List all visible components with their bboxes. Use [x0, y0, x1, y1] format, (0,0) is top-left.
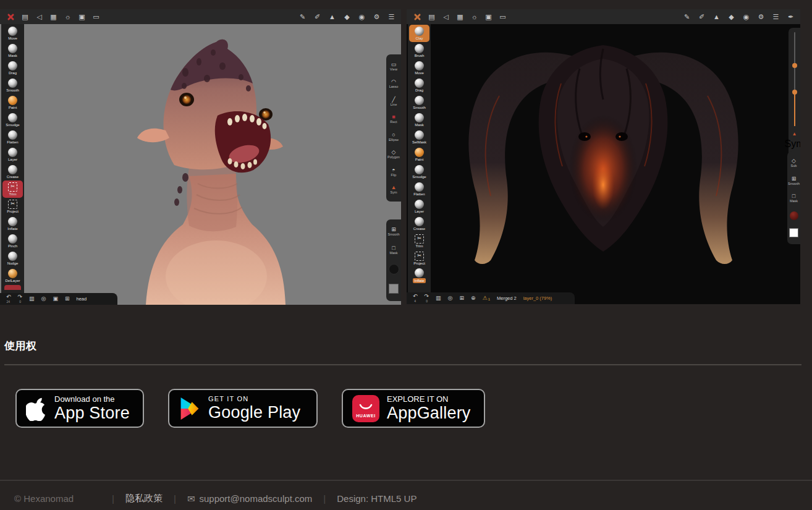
- quick-smooth[interactable]: ⊞Smooth: [788, 176, 800, 186]
- tool-project[interactable]: ✂Project: [409, 250, 429, 267]
- quick-sub[interactable]: ◇Sub: [791, 158, 797, 168]
- tool-layer[interactable]: Layer: [2, 146, 23, 163]
- tool-smudge[interactable]: Smudge: [409, 163, 429, 181]
- shape-polygon[interactable]: ◇Polygon: [387, 150, 400, 159]
- layers-icon[interactable]: ▥: [436, 295, 441, 301]
- redo-button[interactable]: ↷0: [425, 294, 429, 303]
- tool-mask[interactable]: Mask: [409, 111, 429, 129]
- quick-mask[interactable]: □Mask: [389, 245, 397, 255]
- stamp-icon[interactable]: ◆: [727, 14, 735, 20]
- tool-smudge[interactable]: Smudge: [2, 111, 23, 129]
- picture-icon[interactable]: ▣: [53, 296, 58, 302]
- tool-mask[interactable]: Mask: [2, 42, 23, 59]
- shape-flip[interactable]: ◓Flip: [391, 168, 397, 177]
- tool-dellayer[interactable]: DelLayer: [2, 267, 23, 284]
- slider-track[interactable]: [794, 32, 795, 126]
- huawei-appgallery-badge[interactable]: HUAWEI EXPLORE IT ON AppGallery: [342, 389, 485, 428]
- brush-icon[interactable]: ✒: [787, 14, 795, 20]
- tool-project[interactable]: ✂Project: [2, 198, 23, 215]
- layers-icon[interactable]: ▥: [29, 296, 35, 302]
- redo-button[interactable]: ↷0: [18, 294, 23, 304]
- undo-button[interactable]: ↶24: [6, 294, 11, 304]
- merged-status[interactable]: Merged 2: [497, 295, 517, 301]
- intensity-slider-handle[interactable]: [792, 90, 797, 95]
- alpha-icon[interactable]: ▲: [713, 14, 721, 20]
- camera-icon[interactable]: ▭: [92, 14, 100, 20]
- material-sphere-swatch[interactable]: [389, 264, 399, 274]
- tool-flatten[interactable]: Flatten: [409, 181, 429, 198]
- stamp-icon[interactable]: ◆: [343, 14, 351, 20]
- material-icon[interactable]: ◉: [742, 14, 750, 20]
- tool-paint[interactable]: Paint: [409, 146, 429, 163]
- active-layer-label[interactable]: layer_0 (79%): [523, 295, 552, 301]
- warning-indicator[interactable]: ⚠ 1: [483, 295, 490, 301]
- shape-line[interactable]: ╱Line: [391, 97, 397, 107]
- quick-smooth[interactable]: ⊞Smooth: [388, 227, 400, 237]
- tool-clay-selected[interactable]: Clay: [409, 25, 429, 42]
- tool-move[interactable]: Move: [2, 25, 23, 42]
- tool-smooth[interactable]: Smooth: [2, 77, 23, 94]
- falloff-icon[interactable]: ✐: [313, 14, 321, 20]
- nomad-logo[interactable]: [7, 13, 15, 21]
- stroke-icon[interactable]: ✎: [298, 14, 307, 20]
- tool-nudge[interactable]: Nudge: [2, 250, 23, 267]
- tool-drag[interactable]: Drag: [2, 59, 23, 77]
- material-sphere-swatch[interactable]: [790, 211, 798, 220]
- falloff-icon[interactable]: ✐: [698, 14, 706, 20]
- tool-inflate[interactable]: Inflate: [2, 215, 23, 232]
- export-icon[interactable]: ◁: [35, 14, 43, 20]
- wireframe-icon[interactable]: ⊞: [65, 296, 70, 302]
- undo-button[interactable]: ↶4: [413, 294, 418, 303]
- snapshot-icon[interactable]: ◎: [448, 295, 453, 301]
- app-store-badge[interactable]: Download on the App Store: [15, 389, 144, 428]
- lighting-icon[interactable]: ☼: [64, 14, 72, 20]
- tool-drag[interactable]: Drag: [409, 77, 429, 94]
- tool-move[interactable]: Move: [409, 59, 429, 77]
- tool-trim-selected[interactable]: ✂Trim: [2, 181, 23, 198]
- color-swatch[interactable]: [389, 284, 399, 294]
- tool-crease[interactable]: Crease: [2, 163, 23, 181]
- partially-visible-tool[interactable]: [4, 285, 21, 290]
- quick-mask[interactable]: □Mask: [790, 193, 798, 203]
- tool-layer[interactable]: Layer: [409, 198, 429, 215]
- alpha-icon[interactable]: ▲: [328, 14, 336, 20]
- menu-icon[interactable]: ☰: [387, 14, 395, 20]
- export-icon[interactable]: ◁: [442, 14, 450, 20]
- material-icon[interactable]: ◉: [358, 14, 366, 20]
- nomad-logo[interactable]: [413, 13, 421, 21]
- shape-lasso[interactable]: ◠Lasso: [389, 79, 399, 89]
- background-icon[interactable]: ▣: [484, 14, 493, 20]
- privacy-policy-link[interactable]: 隐私政策: [125, 493, 163, 504]
- symmetry-toggle[interactable]: ▲Sym: [391, 185, 397, 195]
- color-swatch[interactable]: [789, 228, 798, 237]
- menu-icon[interactable]: ☰: [772, 14, 780, 20]
- topology-icon[interactable]: ▦: [49, 14, 57, 20]
- support-email-link[interactable]: ✉ support@nomadsculpt.com: [187, 493, 312, 504]
- sculpt-viewport-right[interactable]: [407, 24, 800, 304]
- mesh-name[interactable]: head: [77, 296, 87, 302]
- tool-brush[interactable]: Brush: [409, 42, 429, 59]
- tool-trim[interactable]: ✂Trim: [409, 232, 429, 250]
- files-icon[interactable]: ▤: [428, 14, 436, 20]
- tool-crease[interactable]: Crease: [409, 215, 429, 232]
- stroke-icon[interactable]: ✎: [683, 14, 691, 20]
- tool-smooth[interactable]: Smooth: [409, 94, 429, 111]
- tool-pinch[interactable]: Pinch: [2, 232, 23, 250]
- camera-icon[interactable]: ▭: [499, 14, 507, 20]
- google-play-badge[interactable]: GET IT ON Google Play: [168, 389, 318, 428]
- lighting-icon[interactable]: ☼: [470, 14, 478, 20]
- snapshot-icon[interactable]: ◎: [41, 296, 46, 302]
- tool-inflate[interactable]: Inflate: [409, 267, 429, 284]
- matcap-icon[interactable]: ⊕: [471, 295, 476, 301]
- symmetry-icon[interactable]: ▲: [792, 131, 797, 137]
- shape-rect-selected[interactable]: ■Rect: [390, 114, 397, 124]
- radius-slider-handle[interactable]: [792, 63, 797, 68]
- settings-icon[interactable]: ⚙: [373, 14, 381, 20]
- shape-view[interactable]: ▭View: [390, 62, 397, 72]
- tool-selmask[interactable]: SelMask: [409, 129, 429, 146]
- background-icon[interactable]: ▣: [78, 14, 86, 20]
- sculpt-viewport-left[interactable]: [0, 24, 401, 305]
- files-icon[interactable]: ▤: [21, 14, 29, 20]
- tool-flatten[interactable]: Flatten: [2, 129, 23, 146]
- wireframe-icon[interactable]: ⊞: [459, 295, 464, 301]
